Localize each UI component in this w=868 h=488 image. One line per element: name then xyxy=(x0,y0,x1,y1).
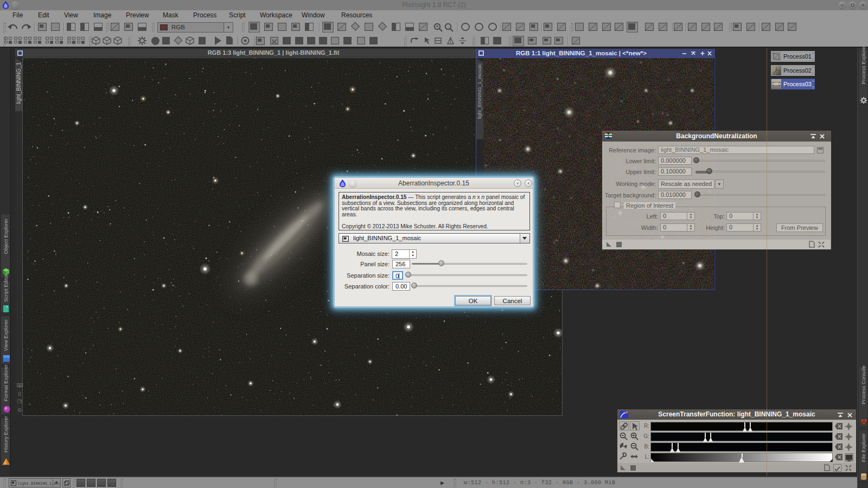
svg-text:+: + xyxy=(436,24,438,29)
svg-text:-: - xyxy=(448,24,449,29)
